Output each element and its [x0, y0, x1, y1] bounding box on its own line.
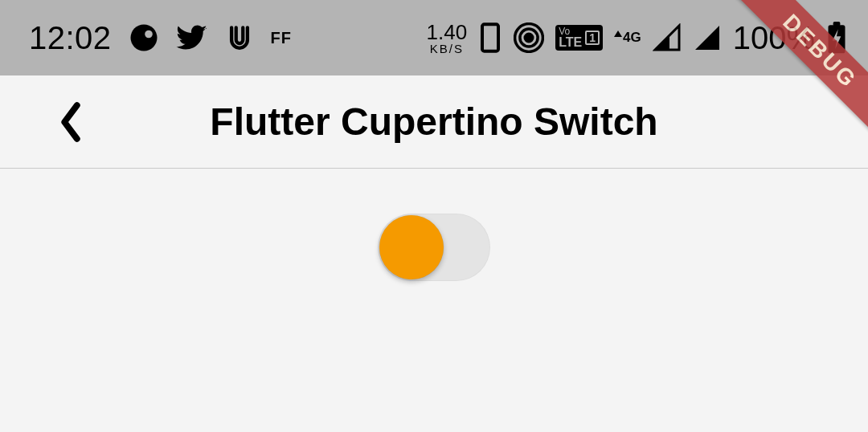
ff-icon: FF — [271, 29, 292, 47]
svg-point-1 — [145, 31, 153, 39]
hotspot-icon — [514, 22, 544, 53]
circle-app-icon — [129, 23, 158, 52]
signal-sim1-icon — [653, 23, 682, 52]
twitter-icon — [176, 22, 208, 54]
svg-rect-7 — [833, 22, 841, 26]
svg-point-0 — [130, 25, 157, 51]
u-app-icon — [226, 24, 253, 51]
content-area — [0, 169, 868, 432]
clock-time: 12:02 — [29, 20, 112, 56]
back-button[interactable] — [48, 100, 93, 145]
network-speed: 1.40 KB/S — [427, 22, 468, 55]
nav-bar: Flutter Cupertino Switch — [0, 75, 868, 169]
volte-badge: Vo LTE 1 — [555, 25, 603, 51]
cupertino-switch[interactable] — [378, 214, 490, 281]
page-title: Flutter Cupertino Switch — [0, 100, 868, 144]
signal-sim2-icon — [693, 23, 722, 52]
svg-rect-2 — [482, 24, 498, 51]
status-bar: 12:02 FF 1.40 KB/S Vo LTE 1 — [0, 0, 868, 75]
network-type-4g: 4G — [614, 30, 641, 46]
svg-point-3 — [525, 34, 533, 42]
switch-thumb — [379, 215, 444, 279]
chevron-left-icon — [57, 101, 84, 143]
phone-portrait-icon — [478, 22, 502, 54]
